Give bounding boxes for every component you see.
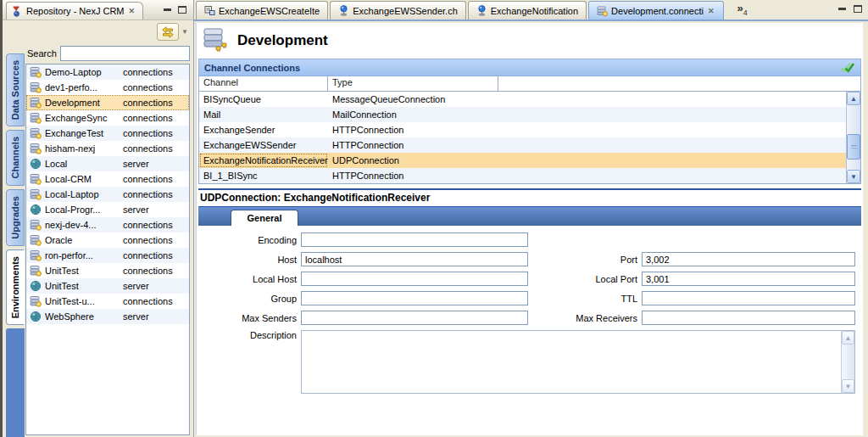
group-field[interactable] <box>301 291 528 305</box>
tree-item[interactable]: UnitTestserver <box>26 278 189 294</box>
editor-tab-exchangeewscreateite[interactable]: ExchangeEWSCreateIte <box>196 1 328 20</box>
connections-icon <box>30 234 42 246</box>
sidebar-tab-environments[interactable]: Environments <box>6 249 25 325</box>
tree-item[interactable]: hisham-nexjconnections <box>26 141 189 156</box>
tab-strip-filler <box>6 328 25 437</box>
tree-item-name: Demo-Laptop <box>45 67 120 77</box>
connections-icon <box>30 81 42 93</box>
link-with-editor-button[interactable] <box>157 23 179 41</box>
tree-item[interactable]: dev1-perfo...connections <box>26 80 189 95</box>
ttl-field[interactable] <box>642 291 855 305</box>
scroll-down-icon[interactable]: ▼ <box>842 379 854 393</box>
table-row[interactable]: ExchangeSenderHTTPConnection <box>199 122 846 137</box>
column-header-channel[interactable]: Channel <box>199 76 328 91</box>
column-header-type[interactable]: Type <box>328 76 498 91</box>
description-field[interactable]: ▲ ▼ <box>301 330 855 394</box>
editor-tab-label: ExchangeEWSCreateIte <box>219 6 320 16</box>
tree-item-type: connections <box>123 235 187 245</box>
editor-area: ExchangeEWSCreateIteExchangeEWSSender.ch… <box>194 0 868 437</box>
tree-item[interactable]: ExchangeSyncconnections <box>26 110 189 126</box>
host-field[interactable] <box>301 252 528 266</box>
cell-empty <box>498 168 846 183</box>
cell-channel: BI_1_BISync <box>199 168 328 183</box>
tree-item[interactable]: Demo-Laptopconnections <box>26 64 189 80</box>
table-scrollbar[interactable]: ▲ ▼ <box>846 92 860 183</box>
sidebar-tab-label: Environments <box>10 256 20 318</box>
table-row[interactable]: BI_1_BISyncHTTPConnection <box>199 168 846 183</box>
table-row[interactable]: BISyncQueueMessageQueueConnection <box>199 92 846 107</box>
sidebar-tab-upgrades[interactable]: Upgrades <box>6 189 25 246</box>
editor-maximize-icon[interactable] <box>854 5 862 13</box>
tree-item-type: connections <box>123 113 187 123</box>
table-row[interactable]: ExchangeNotificationReceiverUDPConnectio… <box>199 153 846 168</box>
table-row[interactable]: ExchangeEWSSenderHTTPConnection <box>199 137 846 153</box>
tab-overflow-chevron[interactable]: »4 <box>737 2 748 17</box>
view-maximize-icon[interactable] <box>178 6 186 14</box>
connections-icon <box>597 5 608 16</box>
table-body: BISyncQueueMessageQueueConnectionMailMai… <box>199 92 860 183</box>
tree-item[interactable]: UnitTest-u...connections <box>26 294 189 309</box>
editor-tab-exchangenotification[interactable]: ExchangeNotification <box>468 1 587 20</box>
editor-content: Development Channel Connections Channel … <box>196 23 863 435</box>
editor-tab-exchangeewssender-ch[interactable]: ExchangeEWSSender.ch <box>330 1 466 20</box>
tree-item[interactable]: Local-CRMconnections <box>26 171 189 187</box>
tree-item[interactable]: Local-Progr...server <box>26 202 189 217</box>
tree-item[interactable]: UnitTestconnections <box>26 263 189 278</box>
encoding-label: Encoding <box>198 235 301 245</box>
repository-view-tab[interactable]: Repository - NexJ CRM ✕ <box>6 2 143 20</box>
tree-item-name: UnitTest <box>45 266 120 276</box>
tree-item-type: connections <box>123 82 187 92</box>
channel-connections-table: Channel Type BISyncQueueMessageQueueConn… <box>198 76 861 184</box>
max-receivers-field[interactable] <box>642 311 855 325</box>
tree-item[interactable]: Localserver <box>26 156 189 171</box>
max-senders-label: Max Senders <box>198 313 301 323</box>
editor-tab-development-connecti[interactable]: Development.connecti✕ <box>588 1 723 20</box>
tree-item-type: server <box>123 311 187 322</box>
environment-icon <box>202 26 229 55</box>
search-input[interactable] <box>60 46 190 61</box>
host-label: Host <box>198 255 301 265</box>
repository-titlebar: Repository - NexJ CRM ✕ <box>3 0 193 20</box>
max-receivers-label: Max Receivers <box>528 313 642 323</box>
sidebar-tab-channels[interactable]: Channels <box>6 130 25 186</box>
encoding-field[interactable] <box>301 233 528 247</box>
tree-item-type: connections <box>123 220 187 230</box>
tree-item[interactable]: Local-Laptopconnections <box>26 187 189 202</box>
scrollbar-track[interactable] <box>847 105 860 170</box>
tree-item[interactable]: Oracleconnections <box>26 233 189 248</box>
tree-item[interactable]: ExchangeTestconnections <box>26 126 189 141</box>
table-row[interactable]: MailMailConnection <box>199 107 846 122</box>
view-menu-icon[interactable]: ▼ <box>181 28 188 36</box>
tree-item-type: connections <box>123 266 187 276</box>
scroll-up-icon[interactable]: ▲ <box>847 92 860 105</box>
sidebar-tab-data-sources[interactable]: Data Sources <box>6 53 25 126</box>
editor-minimize-icon[interactable] <box>838 8 846 10</box>
tab-close-icon[interactable]: ✕ <box>707 7 715 15</box>
form-row: Local HostLocal Port <box>198 272 861 286</box>
scroll-up-icon[interactable]: ▲ <box>842 331 854 345</box>
cell-empty <box>498 137 846 153</box>
tree-item-type: connections <box>123 250 187 261</box>
description-scrollbar[interactable]: ▲ ▼ <box>841 331 854 393</box>
tree-item-name: hisham-nexj <box>45 143 120 154</box>
scroll-down-icon[interactable]: ▼ <box>847 170 860 183</box>
max-senders-field[interactable] <box>301 311 528 325</box>
view-minimize-icon[interactable] <box>164 8 171 11</box>
cell-channel: ExchangeSender <box>199 122 328 137</box>
local-host-field[interactable] <box>301 272 528 286</box>
tree-item-type: connections <box>123 296 187 306</box>
form-row: Max SendersMax Receivers <box>198 311 861 325</box>
port-field[interactable] <box>642 252 855 266</box>
tree-item-name: Local-Progr... <box>45 204 120 215</box>
tree-item[interactable]: ron-perfor...connections <box>26 248 189 263</box>
scrollbar-thumb[interactable] <box>847 134 860 160</box>
connections-icon <box>30 219 42 231</box>
tab-general[interactable]: General <box>231 210 298 226</box>
tree-item[interactable]: WebSphereserver <box>26 309 189 324</box>
view-close-icon[interactable]: ✕ <box>128 7 136 15</box>
tree-item[interactable]: Developmentconnections <box>26 95 189 110</box>
server-icon <box>30 204 42 216</box>
cell-type: HTTPConnection <box>328 122 498 137</box>
tree-item[interactable]: nexj-dev-4...connections <box>26 217 189 233</box>
local-port-field[interactable] <box>642 272 855 286</box>
